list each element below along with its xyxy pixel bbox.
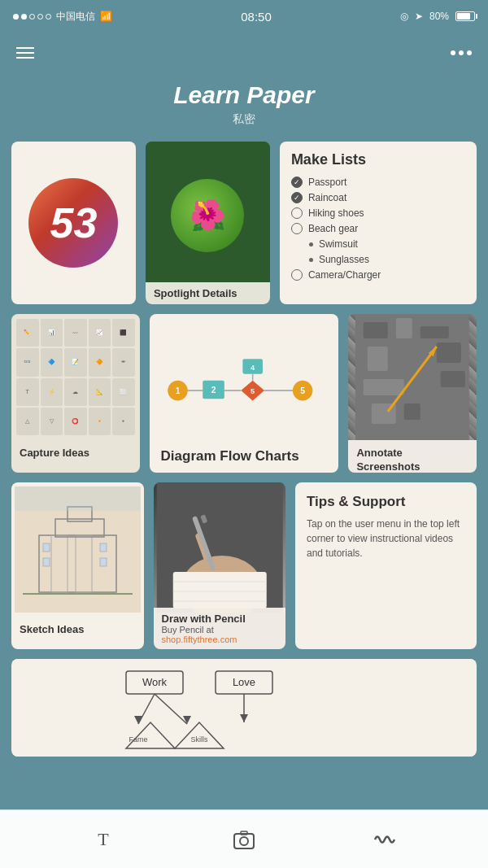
capture-label: Capture Ideas [11,440,140,469]
list-item-beach: Beach gear [291,223,465,234]
battery-label: 80% [429,11,449,22]
svg-rect-26 [429,395,461,420]
list-item-passport: ✓ Passport [291,177,465,188]
hamburger-line-2 [16,52,34,54]
svg-text:2: 2 [211,386,216,395]
sketch-label: Sketch Ideas [11,617,144,645]
card-capture[interactable]: ✏️ 📊 〰 📈 ⬛ 👓 🔷 📝 🔶 ✒ T ⚡ ☁ 📐 ⬜ △ ▽ ⭕ 🔸 � [11,314,140,473]
screenshot-svg [348,314,477,440]
svg-rect-46 [172,572,266,608]
diagram-svg: 1 2 5 4 5 [161,346,328,427]
svg-text:Love: Love [233,676,255,688]
svg-rect-37 [100,543,107,552]
dot-3 [467,50,472,55]
draw-tool-button[interactable] [373,827,397,852]
card-make-lists[interactable]: Make Lists ✓ Passport ✓ Raincoat Hiking … [280,142,477,304]
check-passport: ✓ [291,177,303,188]
hamburger-menu-button[interactable] [16,47,34,59]
flower-circle: 🌺 [171,179,244,252]
svg-text:5: 5 [251,387,255,395]
row-4: Work Love Fame Skills [11,659,477,757]
svg-text:Fame: Fame [129,735,147,744]
mindmap-svg: Work Love Fame Skills [11,659,477,757]
svg-rect-20 [437,342,461,363]
bullet-swimsuit [309,242,313,246]
text-icon: T [91,827,115,852]
card-mindmap[interactable]: Work Love Fame Skills [11,659,477,757]
card-screenshot[interactable]: Annotate Screenshots [348,314,477,473]
row-1: 53 🌺 Spotlight Details Make Lists ✓ Pass… [11,142,477,304]
signal-dot-1 [13,14,19,20]
svg-rect-17 [420,326,449,338]
card-spotlight[interactable]: 🌺 Spotlight Details [146,142,270,304]
list-item-sunglasses: Sunglasses [291,254,465,265]
svg-point-67 [240,837,248,845]
svg-text:T: T [98,829,109,849]
battery-icon [455,11,475,21]
location-icon: ◎ [400,11,408,22]
svg-rect-38 [100,558,107,566]
content-grid: 53 🌺 Spotlight Details Make Lists ✓ Pass… [0,142,488,757]
signal-dot-4 [37,14,43,20]
nav-bar [0,33,488,73]
svg-rect-35 [43,543,50,552]
list-item-hiking: Hiking shoes [291,207,465,219]
card-pencil[interactable]: Draw with Pencil Buy Pencil at shop.fift… [154,482,286,649]
bottom-toolbar: T [0,809,488,868]
page-subtitle: 私密 [0,112,488,127]
svg-text:5: 5 [300,386,305,395]
pencil-svg [154,482,286,613]
card-tips[interactable]: Tips & Support Tap on the user menu in t… [295,482,477,649]
diagram-canvas: 1 2 5 4 5 [161,324,328,448]
logo-53: 53 [28,178,118,268]
svg-rect-18 [368,347,388,371]
card-sketch[interactable]: Sketch Ideas [11,482,144,649]
camera-tool-button[interactable] [232,827,256,852]
status-left: 中国电信 📶 [13,10,112,24]
spotlight-label: Spotlight Details [146,282,270,304]
bullet-sunglasses [309,258,313,262]
pencil-link[interactable]: shop.fiftythree.com [162,635,278,644]
carrier-label: 中国电信 [56,10,95,24]
card-diagram[interactable]: 1 2 5 4 5 [150,314,339,473]
make-lists-title: Make Lists [291,151,465,168]
signal-dot-5 [46,14,51,20]
pencil-photo [154,482,286,613]
camera-icon [232,827,256,852]
pencil-title: Draw with Pencil [162,613,278,625]
card-logo[interactable]: 53 [11,142,136,304]
svg-text:4: 4 [251,363,255,371]
status-time: 08:50 [241,10,272,24]
signal-dot-3 [29,14,35,20]
check-hiking [291,207,303,219]
more-options-button[interactable] [451,50,472,55]
svg-text:1: 1 [175,386,180,395]
text-tool-button[interactable]: T [91,827,115,852]
diagram-title: Diagram Flow Charts [161,448,328,473]
hamburger-line-1 [16,47,34,49]
svg-rect-23 [441,371,465,387]
gps-icon: ➤ [415,11,423,22]
row-3: Sketch Ideas [11,482,477,649]
svg-rect-40 [15,486,141,511]
screenshot-label: Annotate Screenshots [348,440,477,473]
hamburger-line-3 [16,57,34,59]
check-raincoat: ✓ [291,192,303,203]
page-header: Learn Paper 私密 [0,73,488,142]
flower-image: 🌺 [190,198,226,233]
svg-rect-25 [404,403,420,420]
list-item-camera: Camera/Charger [291,269,465,281]
svg-rect-19 [396,347,429,363]
svg-rect-16 [396,318,412,338]
pencil-sub: Buy Pencil at [162,625,278,635]
sketch-svg [15,486,141,613]
tips-title: Tips & Support [307,494,465,510]
svg-rect-66 [234,834,254,848]
wave-icon [373,827,397,852]
signal-dot-2 [21,14,27,20]
flower-background: 🌺 [146,142,270,304]
pencil-info: Draw with Pencil Buy Pencil at shop.fift… [154,608,286,649]
row-2: ✏️ 📊 〰 📈 ⬛ 👓 🔷 📝 🔶 ✒ T ⚡ ☁ 📐 ⬜ △ ▽ ⭕ 🔸 � [11,314,477,473]
dot-2 [459,50,464,55]
check-camera [291,269,303,281]
